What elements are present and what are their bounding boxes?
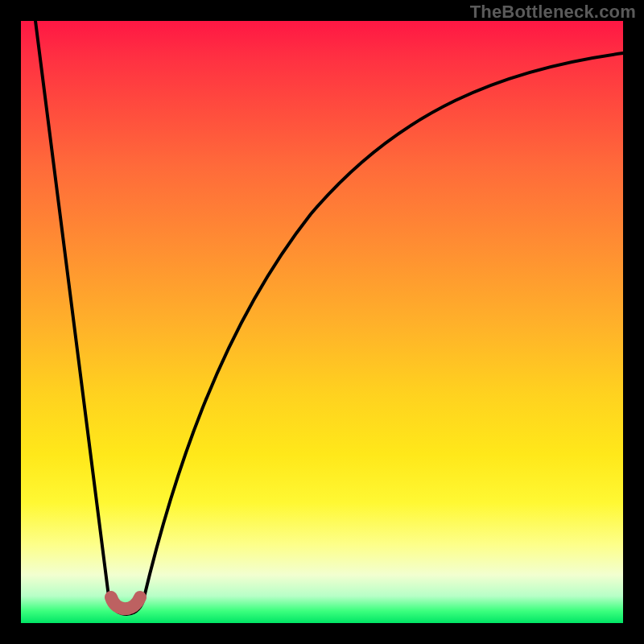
min-marker bbox=[111, 597, 140, 609]
watermark-text: TheBottleneck.com bbox=[470, 2, 636, 23]
chart-frame: TheBottleneck.com bbox=[0, 0, 644, 644]
plot-area bbox=[21, 21, 623, 623]
curve-layer bbox=[21, 21, 623, 623]
main-curve bbox=[35, 21, 623, 614]
